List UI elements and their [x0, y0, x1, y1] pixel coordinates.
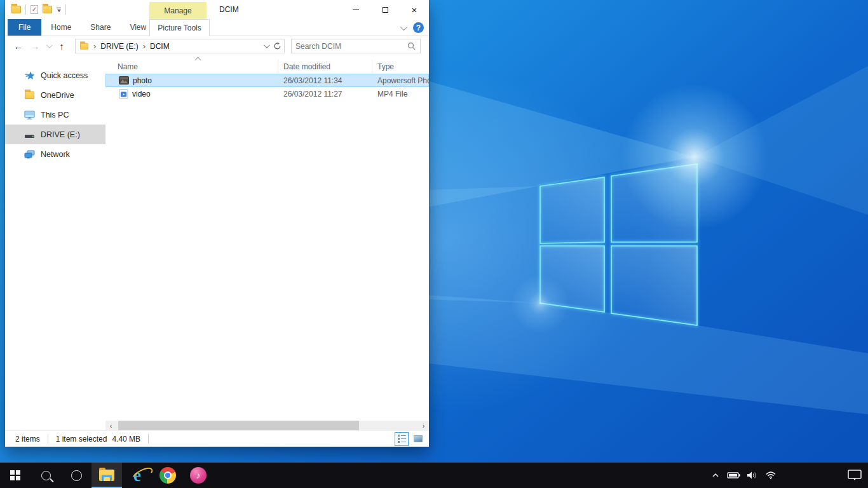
sidebar-item-drive-e[interactable]: DRIVE (E:): [5, 125, 105, 144]
sidebar-item-quick-access[interactable]: Quick access: [5, 65, 105, 85]
taskbar: e ♪: [0, 463, 868, 488]
internet-explorer-button[interactable]: e: [122, 463, 153, 488]
address-dropdown-icon[interactable]: [264, 42, 270, 48]
sidebar-item-label: Network: [41, 150, 70, 159]
maximize-button[interactable]: [370, 0, 400, 19]
status-bar: 2 items 1 item selected 4.40 MB: [5, 430, 429, 447]
file-type: MP4 File: [372, 90, 429, 98]
tab-home[interactable]: Home: [41, 19, 81, 36]
column-header-name[interactable]: Name: [105, 60, 278, 74]
location-folder-icon: [80, 43, 88, 49]
breadcrumb-separator: ›: [143, 41, 146, 51]
address-bar[interactable]: › DRIVE (E:) › DCIM: [75, 39, 285, 53]
scrollbar-thumb[interactable]: [118, 421, 359, 430]
itunes-button[interactable]: ♪: [183, 463, 214, 488]
selection-count: 1 item selected: [56, 435, 107, 444]
help-icon[interactable]: ?: [413, 22, 424, 33]
separator: [148, 434, 149, 444]
sidebar-item-label: DRIVE (E:): [41, 130, 80, 139]
this-pc-monitor-icon: [24, 109, 35, 120]
sidebar-item-label: OneDrive: [41, 91, 74, 100]
sidebar-item-onedrive[interactable]: OneDrive: [5, 85, 105, 105]
details-view-button[interactable]: [395, 432, 409, 446]
maximize-icon: [383, 7, 388, 13]
sidebar-item-network[interactable]: Network: [5, 144, 105, 164]
chrome-icon: [159, 467, 176, 484]
chrome-button[interactable]: [153, 463, 183, 488]
separator: [25, 4, 26, 15]
sidebar-item-this-pc[interactable]: This PC: [5, 105, 105, 125]
file-explorer-icon: [99, 470, 114, 481]
explorer-icon[interactable]: [11, 6, 21, 13]
file-type: Apowersoft Pho: [372, 76, 429, 85]
contextual-group-manage[interactable]: Manage: [149, 2, 207, 19]
close-button[interactable]: ×: [400, 0, 429, 19]
search-icon[interactable]: [407, 42, 416, 51]
column-header-type[interactable]: Type: [372, 60, 429, 74]
system-tray: [707, 463, 868, 488]
back-button[interactable]: ←: [10, 41, 27, 51]
file-list: Name Date modified Type photo 26/03/2012…: [105, 56, 429, 430]
search-box[interactable]: [291, 39, 421, 53]
window-title: DCIM: [219, 0, 239, 19]
network-computers-icon: [24, 149, 35, 159]
breadcrumb-separator: ›: [93, 41, 96, 51]
minimize-icon: [353, 10, 359, 10]
usb-drive-icon: [24, 129, 35, 140]
expand-ribbon-icon[interactable]: [400, 23, 407, 30]
volume-icon[interactable]: [744, 463, 761, 488]
large-icons-view-button[interactable]: [411, 432, 425, 446]
file-date: 26/03/2012 11:34: [278, 76, 372, 85]
column-headers: Name Date modified Type: [105, 56, 429, 74]
customize-toolbar-icon[interactable]: [57, 8, 61, 12]
tab-file[interactable]: File: [8, 19, 41, 36]
action-center-icon[interactable]: [846, 463, 863, 488]
itunes-icon: ♪: [190, 467, 207, 484]
title-bar: Manage DCIM ×: [5, 0, 429, 19]
column-header-date-modified[interactable]: Date modified: [278, 60, 372, 74]
scroll-right-icon[interactable]: ›: [418, 421, 429, 430]
cortana-button[interactable]: [61, 463, 92, 488]
minimize-button[interactable]: [341, 0, 370, 19]
video-file-icon: [119, 89, 128, 99]
up-button[interactable]: ↑: [53, 41, 70, 51]
close-icon: ×: [412, 5, 417, 15]
scroll-left-icon[interactable]: ‹: [105, 421, 116, 430]
battery-icon[interactable]: [726, 463, 742, 488]
onedrive-folder-icon: [24, 90, 35, 100]
navigation-pane: Quick access OneDrive This PC: [5, 56, 105, 430]
separator: [65, 4, 66, 15]
windows-start-icon: [10, 470, 20, 480]
tab-share[interactable]: Share: [81, 19, 120, 36]
search-input[interactable]: [292, 42, 407, 51]
file-explorer-window: Manage DCIM × File Home Share View Pictu…: [5, 0, 429, 447]
taskbar-file-explorer-button[interactable]: [92, 463, 122, 488]
hidden-icons-chevron-icon[interactable]: [707, 463, 724, 488]
breadcrumb-drive[interactable]: DRIVE (E:): [100, 42, 138, 51]
breadcrumb-dcim[interactable]: DCIM: [150, 42, 170, 51]
tab-picture-tools[interactable]: Picture Tools: [149, 19, 210, 36]
refresh-icon[interactable]: [273, 42, 281, 50]
items-count: 2 items: [15, 435, 40, 444]
file-name: video: [132, 90, 151, 98]
large-icons-view-icon: [414, 435, 423, 442]
window-body: Quick access OneDrive This PC: [5, 56, 429, 430]
new-folder-icon[interactable]: [43, 6, 52, 13]
cortana-icon: [71, 470, 82, 481]
sidebar-item-label: This PC: [41, 111, 69, 119]
forward-button[interactable]: →: [27, 41, 43, 51]
properties-icon[interactable]: [31, 5, 38, 14]
file-name: photo: [133, 76, 152, 85]
horizontal-scrollbar[interactable]: ‹ ›: [105, 421, 429, 430]
wifi-icon[interactable]: [763, 463, 779, 488]
file-row-video[interactable]: video 26/03/2012 11:27 MP4 File: [105, 87, 429, 100]
selection-size: 4.40 MB: [112, 435, 140, 444]
file-date: 26/03/2012 11:27: [278, 90, 372, 98]
file-row-photo[interactable]: photo 26/03/2012 11:34 Apowersoft Pho: [105, 74, 429, 87]
recent-locations-icon[interactable]: [43, 44, 53, 48]
internet-explorer-icon: e: [133, 467, 141, 484]
sidebar-item-label: Quick access: [41, 71, 88, 80]
taskbar-search-button[interactable]: [31, 463, 61, 488]
photo-thumbnail-icon: [119, 76, 129, 85]
start-button[interactable]: [0, 463, 31, 488]
